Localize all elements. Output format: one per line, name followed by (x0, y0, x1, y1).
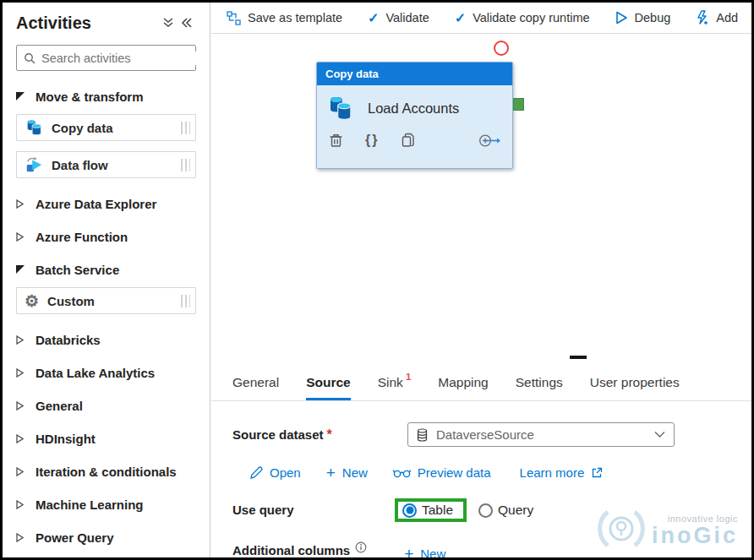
learn-more-label: Learn more (520, 465, 585, 480)
group-label: HDInsight (36, 432, 96, 446)
use-query-label: Use query (232, 503, 294, 517)
tab-mapping[interactable]: Mapping (438, 362, 488, 400)
sidebar-group-batch-service[interactable]: Batch Service (16, 262, 196, 277)
group-label: Power Query (36, 530, 114, 545)
validate-label: Validate (385, 11, 429, 24)
properties-tabs: General Source Sink1 Mapping Settings Us… (211, 362, 751, 401)
copy-data-icon (25, 118, 43, 137)
main-area: Save as template ✓ Validate ✓ Validate c… (211, 3, 751, 557)
azure-data-factory-window: Activities Move & transform (0, 0, 754, 560)
sink-error-badge: 1 (406, 372, 411, 382)
radio-query[interactable] (478, 503, 493, 518)
sidebar-group-general[interactable]: General (16, 398, 196, 413)
node-name-label: Load Accounts (368, 101, 459, 117)
sidebar-group-move-transform[interactable]: Move & transform (16, 89, 196, 104)
drag-handle[interactable] (181, 159, 190, 171)
sidebar-group-power-query[interactable]: Power Query (16, 530, 196, 545)
section-expanded-icon (16, 92, 25, 101)
sidebar-group-data-lake-analytics[interactable]: Data Lake Analytics (16, 365, 196, 380)
external-link-icon (591, 467, 603, 479)
pencil-icon (249, 466, 263, 480)
additional-columns-new-button[interactable]: + New (404, 546, 445, 560)
check-icon: ✓ (455, 10, 466, 26)
section-collapsed-icon (16, 199, 25, 209)
section-collapsed-icon (16, 467, 25, 476)
new-dataset-button[interactable]: + New (326, 465, 368, 481)
tab-source[interactable]: Source (306, 362, 351, 400)
glasses-icon (393, 467, 411, 478)
drag-handle[interactable] (181, 122, 190, 134)
section-collapsed-icon (16, 500, 25, 509)
sidebar-group-databricks[interactable]: Databricks (16, 332, 196, 347)
drag-handle[interactable] (181, 295, 190, 307)
activities-sidebar: Activities Move & transform (3, 3, 210, 557)
collapse-panel-icon[interactable] (178, 17, 196, 29)
group-label: Move & transform (36, 90, 144, 104)
node-header[interactable]: Copy data (317, 63, 512, 85)
save-as-template-button[interactable]: Save as template (227, 11, 342, 25)
radio-table[interactable] (402, 503, 417, 518)
section-collapsed-icon (16, 232, 25, 242)
group-label: General (36, 399, 83, 413)
additional-new-label: New (420, 546, 445, 560)
search-activities-box[interactable] (16, 45, 196, 71)
panel-resize-handle[interactable] (570, 356, 587, 359)
tab-user-properties[interactable]: User properties (590, 362, 680, 400)
preview-data-button[interactable]: Preview data (393, 465, 491, 480)
collapse-all-icon[interactable] (159, 17, 178, 29)
group-label: Batch Service (36, 263, 119, 277)
group-label: Azure Function (36, 230, 128, 244)
add-output-icon[interactable] (478, 133, 500, 148)
sidebar-group-azure-data-explorer[interactable]: Azure Data Explorer (16, 196, 196, 211)
sidebar-group-machine-learning[interactable]: Machine Learning (16, 497, 196, 512)
sidebar-item-copy-data[interactable]: Copy data (16, 114, 196, 141)
section-collapsed-icon (16, 401, 25, 410)
plus-icon: + (404, 546, 413, 560)
check-icon: ✓ (368, 10, 379, 26)
output-connector[interactable] (513, 98, 524, 111)
clone-icon[interactable] (401, 133, 415, 148)
table-option-highlight: Table (395, 498, 467, 522)
save-as-template-label: Save as template (248, 11, 342, 24)
section-collapsed-icon (16, 533, 25, 542)
section-collapsed-icon (16, 335, 25, 345)
sidebar-group-azure-function[interactable]: Azure Function (16, 229, 196, 244)
item-label: Custom (47, 294, 95, 308)
sidebar-group-iteration-conditionals[interactable]: Iteration & conditionals (16, 464, 196, 479)
copy-data-icon (327, 94, 354, 122)
additional-columns-label: Additional columns (232, 543, 350, 557)
section-collapsed-icon (16, 368, 25, 378)
validate-copy-runtime-button[interactable]: ✓ Validate copy runtime (455, 10, 590, 26)
required-asterisk: * (327, 427, 332, 442)
open-dataset-button[interactable]: Open (249, 465, 301, 480)
source-dataset-dropdown[interactable]: DataverseSource (407, 422, 675, 447)
info-icon[interactable] (355, 541, 367, 553)
dataset-value: DataverseSource (436, 427, 646, 442)
sidebar-group-hdinsight[interactable]: HDInsight (16, 431, 196, 446)
template-icon (227, 11, 241, 25)
tab-settings[interactable]: Settings (516, 362, 563, 400)
debug-button[interactable]: Debug (615, 11, 671, 24)
tab-general[interactable]: General (232, 362, 279, 400)
item-label: Data flow (52, 158, 108, 172)
play-icon (615, 11, 628, 24)
code-braces-icon[interactable]: {} (365, 133, 379, 148)
group-label: Iteration & conditionals (36, 465, 177, 479)
radio-query-group[interactable]: Query (478, 503, 533, 518)
learn-more-link[interactable]: Learn more (520, 465, 604, 480)
add-trigger-button[interactable]: Add (696, 10, 738, 25)
pipeline-canvas[interactable]: Copy data Load Accounts {} (211, 35, 751, 362)
query-option-label: Query (498, 503, 533, 518)
preview-data-label: Preview data (418, 465, 491, 480)
delete-icon[interactable] (329, 133, 343, 148)
plus-icon: + (326, 465, 336, 481)
sidebar-item-data-flow[interactable]: Data flow (16, 151, 196, 178)
search-icon (24, 52, 36, 64)
validate-button[interactable]: ✓ Validate (368, 10, 429, 26)
debug-label: Debug (635, 11, 671, 24)
search-input[interactable] (41, 52, 199, 65)
copy-activity-node[interactable]: Copy data Load Accounts {} (316, 62, 513, 169)
new-label: New (342, 465, 368, 480)
tab-sink[interactable]: Sink1 (378, 362, 412, 400)
sidebar-item-custom[interactable]: ⚙ Custom (16, 287, 196, 314)
